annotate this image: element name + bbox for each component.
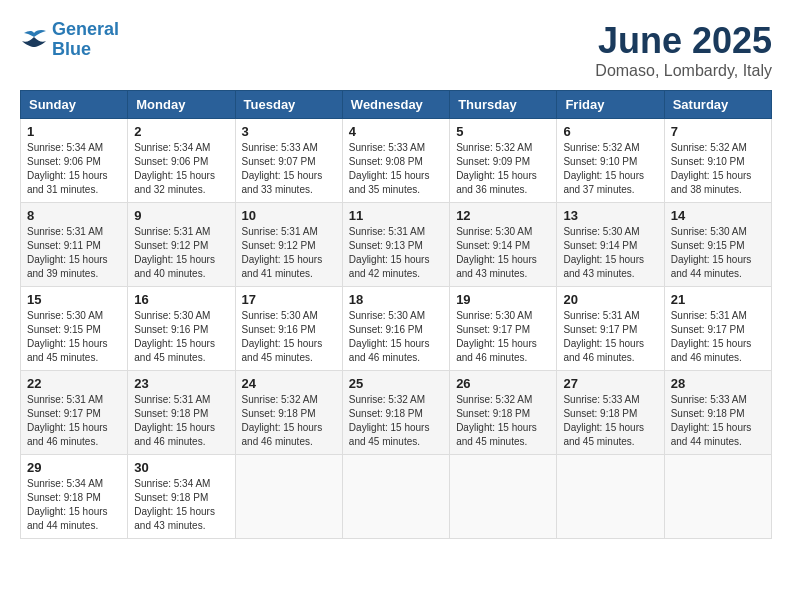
calendar-cell: 2 Sunrise: 5:34 AM Sunset: 9:06 PM Dayli…	[128, 119, 235, 203]
sunrise-label: Sunrise: 5:34 AM	[134, 142, 210, 153]
day-number: 22	[27, 376, 121, 391]
day-number: 4	[349, 124, 443, 139]
sunset-label: Sunset: 9:07 PM	[242, 156, 316, 167]
sunset-label: Sunset: 9:18 PM	[456, 408, 530, 419]
day-info: Sunrise: 5:31 AM Sunset: 9:13 PM Dayligh…	[349, 225, 443, 281]
calendar-cell: 9 Sunrise: 5:31 AM Sunset: 9:12 PM Dayli…	[128, 203, 235, 287]
sunset-label: Sunset: 9:17 PM	[671, 324, 745, 335]
sunset-label: Sunset: 9:18 PM	[563, 408, 637, 419]
calendar-cell	[342, 455, 449, 539]
day-number: 2	[134, 124, 228, 139]
calendar-cell: 16 Sunrise: 5:30 AM Sunset: 9:16 PM Dayl…	[128, 287, 235, 371]
day-info: Sunrise: 5:31 AM Sunset: 9:17 PM Dayligh…	[563, 309, 657, 365]
sunset-label: Sunset: 9:18 PM	[671, 408, 745, 419]
daylight-label: Daylight: 15 hours and 43 minutes.	[456, 254, 537, 279]
calendar-week-5: 29 Sunrise: 5:34 AM Sunset: 9:18 PM Dayl…	[21, 455, 772, 539]
sunrise-label: Sunrise: 5:33 AM	[563, 394, 639, 405]
daylight-label: Daylight: 15 hours and 41 minutes.	[242, 254, 323, 279]
calendar-cell: 18 Sunrise: 5:30 AM Sunset: 9:16 PM Dayl…	[342, 287, 449, 371]
day-number: 10	[242, 208, 336, 223]
calendar-week-1: 1 Sunrise: 5:34 AM Sunset: 9:06 PM Dayli…	[21, 119, 772, 203]
column-header-saturday: Saturday	[664, 91, 771, 119]
sunset-label: Sunset: 9:08 PM	[349, 156, 423, 167]
day-number: 7	[671, 124, 765, 139]
calendar-cell: 3 Sunrise: 5:33 AM Sunset: 9:07 PM Dayli…	[235, 119, 342, 203]
month-title: June 2025	[595, 20, 772, 62]
calendar-cell	[664, 455, 771, 539]
logo-bird-icon	[20, 29, 48, 51]
daylight-label: Daylight: 15 hours and 39 minutes.	[27, 254, 108, 279]
day-number: 20	[563, 292, 657, 307]
sunset-label: Sunset: 9:16 PM	[242, 324, 316, 335]
daylight-label: Daylight: 15 hours and 46 minutes.	[456, 338, 537, 363]
calendar-week-4: 22 Sunrise: 5:31 AM Sunset: 9:17 PM Dayl…	[21, 371, 772, 455]
daylight-label: Daylight: 15 hours and 32 minutes.	[134, 170, 215, 195]
day-number: 6	[563, 124, 657, 139]
day-number: 12	[456, 208, 550, 223]
day-info: Sunrise: 5:34 AM Sunset: 9:06 PM Dayligh…	[27, 141, 121, 197]
daylight-label: Daylight: 15 hours and 36 minutes.	[456, 170, 537, 195]
sunrise-label: Sunrise: 5:32 AM	[456, 142, 532, 153]
sunrise-label: Sunrise: 5:31 AM	[27, 394, 103, 405]
day-info: Sunrise: 5:32 AM Sunset: 9:10 PM Dayligh…	[671, 141, 765, 197]
page-header: General Blue June 2025 Domaso, Lombardy,…	[20, 20, 772, 80]
sunset-label: Sunset: 9:18 PM	[134, 408, 208, 419]
sunset-label: Sunset: 9:06 PM	[134, 156, 208, 167]
sunset-label: Sunset: 9:15 PM	[671, 240, 745, 251]
day-info: Sunrise: 5:30 AM Sunset: 9:16 PM Dayligh…	[242, 309, 336, 365]
sunset-label: Sunset: 9:18 PM	[349, 408, 423, 419]
sunset-label: Sunset: 9:17 PM	[27, 408, 101, 419]
sunset-label: Sunset: 9:10 PM	[671, 156, 745, 167]
column-header-monday: Monday	[128, 91, 235, 119]
day-number: 17	[242, 292, 336, 307]
sunset-label: Sunset: 9:18 PM	[134, 492, 208, 503]
daylight-label: Daylight: 15 hours and 46 minutes.	[27, 422, 108, 447]
sunset-label: Sunset: 9:13 PM	[349, 240, 423, 251]
day-info: Sunrise: 5:32 AM Sunset: 9:18 PM Dayligh…	[456, 393, 550, 449]
sunrise-label: Sunrise: 5:32 AM	[563, 142, 639, 153]
calendar-cell: 1 Sunrise: 5:34 AM Sunset: 9:06 PM Dayli…	[21, 119, 128, 203]
sunrise-label: Sunrise: 5:34 AM	[134, 478, 210, 489]
sunrise-label: Sunrise: 5:31 AM	[349, 226, 425, 237]
day-info: Sunrise: 5:32 AM Sunset: 9:09 PM Dayligh…	[456, 141, 550, 197]
daylight-label: Daylight: 15 hours and 40 minutes.	[134, 254, 215, 279]
sunrise-label: Sunrise: 5:30 AM	[456, 226, 532, 237]
calendar-week-3: 15 Sunrise: 5:30 AM Sunset: 9:15 PM Dayl…	[21, 287, 772, 371]
column-header-wednesday: Wednesday	[342, 91, 449, 119]
calendar-cell: 25 Sunrise: 5:32 AM Sunset: 9:18 PM Dayl…	[342, 371, 449, 455]
daylight-label: Daylight: 15 hours and 45 minutes.	[134, 338, 215, 363]
calendar-cell: 7 Sunrise: 5:32 AM Sunset: 9:10 PM Dayli…	[664, 119, 771, 203]
daylight-label: Daylight: 15 hours and 46 minutes.	[242, 422, 323, 447]
sunset-label: Sunset: 9:17 PM	[456, 324, 530, 335]
calendar-cell: 17 Sunrise: 5:30 AM Sunset: 9:16 PM Dayl…	[235, 287, 342, 371]
calendar-cell	[557, 455, 664, 539]
day-info: Sunrise: 5:33 AM Sunset: 9:18 PM Dayligh…	[671, 393, 765, 449]
sunrise-label: Sunrise: 5:32 AM	[456, 394, 532, 405]
day-number: 18	[349, 292, 443, 307]
daylight-label: Daylight: 15 hours and 46 minutes.	[134, 422, 215, 447]
sunrise-label: Sunrise: 5:33 AM	[349, 142, 425, 153]
day-info: Sunrise: 5:33 AM Sunset: 9:18 PM Dayligh…	[563, 393, 657, 449]
calendar-cell: 13 Sunrise: 5:30 AM Sunset: 9:14 PM Dayl…	[557, 203, 664, 287]
day-info: Sunrise: 5:34 AM Sunset: 9:06 PM Dayligh…	[134, 141, 228, 197]
day-number: 5	[456, 124, 550, 139]
calendar-cell: 10 Sunrise: 5:31 AM Sunset: 9:12 PM Dayl…	[235, 203, 342, 287]
logo-text: General Blue	[52, 20, 119, 60]
day-number: 15	[27, 292, 121, 307]
day-number: 25	[349, 376, 443, 391]
daylight-label: Daylight: 15 hours and 45 minutes.	[456, 422, 537, 447]
day-number: 19	[456, 292, 550, 307]
day-info: Sunrise: 5:30 AM Sunset: 9:15 PM Dayligh…	[671, 225, 765, 281]
sunrise-label: Sunrise: 5:31 AM	[671, 310, 747, 321]
sunrise-label: Sunrise: 5:31 AM	[134, 394, 210, 405]
sunrise-label: Sunrise: 5:34 AM	[27, 478, 103, 489]
column-header-tuesday: Tuesday	[235, 91, 342, 119]
daylight-label: Daylight: 15 hours and 45 minutes.	[349, 422, 430, 447]
column-header-sunday: Sunday	[21, 91, 128, 119]
day-info: Sunrise: 5:30 AM Sunset: 9:15 PM Dayligh…	[27, 309, 121, 365]
day-info: Sunrise: 5:34 AM Sunset: 9:18 PM Dayligh…	[134, 477, 228, 533]
calendar-cell: 26 Sunrise: 5:32 AM Sunset: 9:18 PM Dayl…	[450, 371, 557, 455]
column-header-friday: Friday	[557, 91, 664, 119]
daylight-label: Daylight: 15 hours and 38 minutes.	[671, 170, 752, 195]
sunset-label: Sunset: 9:12 PM	[242, 240, 316, 251]
